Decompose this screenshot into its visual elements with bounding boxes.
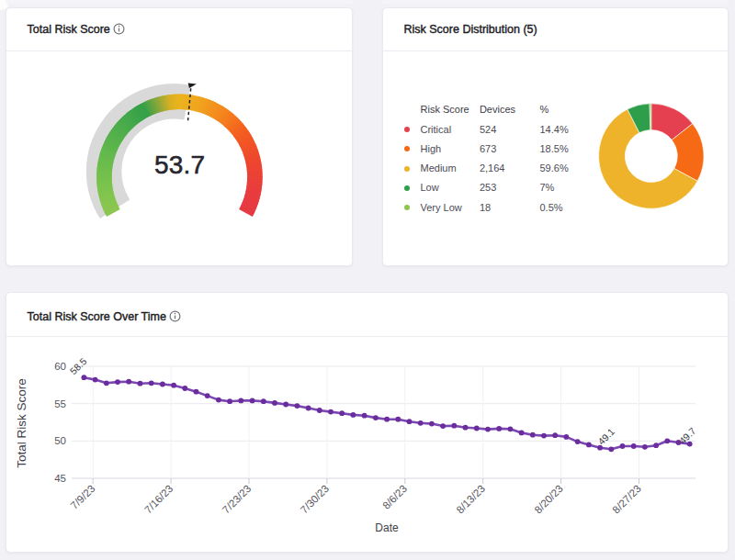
svg-text:50: 50	[54, 435, 66, 446]
svg-text:Total Risk Score: Total Risk Score	[15, 378, 28, 468]
svg-text:60: 60	[54, 361, 66, 372]
svg-text:8/13/23: 8/13/23	[454, 483, 487, 516]
svg-text:8/6/23: 8/6/23	[380, 483, 409, 511]
svg-text:Date: Date	[375, 521, 399, 534]
svg-text:7/9/23: 7/9/23	[69, 483, 97, 511]
svg-text:55: 55	[54, 398, 66, 409]
svg-text:7/23/23: 7/23/23	[220, 483, 254, 516]
svg-text:7/30/23: 7/30/23	[299, 483, 332, 516]
svg-text:58.5: 58.5	[68, 355, 89, 376]
svg-text:49.1: 49.1	[595, 426, 616, 447]
svg-text:45: 45	[54, 473, 66, 484]
svg-text:7/16/23: 7/16/23	[142, 483, 175, 516]
svg-text:8/27/23: 8/27/23	[610, 483, 643, 516]
svg-text:8/20/23: 8/20/23	[532, 483, 565, 516]
